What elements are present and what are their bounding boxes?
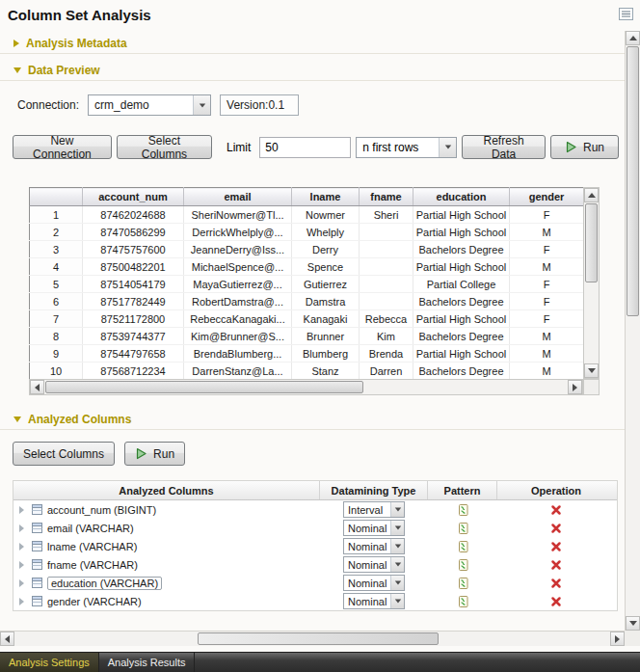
cell-gender[interactable]: F — [510, 310, 584, 328]
cell-education[interactable]: Bachelors Degree — [413, 328, 510, 345]
header-pattern[interactable]: Pattern — [428, 481, 497, 499]
scroll-up-icon[interactable] — [626, 31, 640, 45]
cell-email[interactable]: JeanneDerry@Iss... — [184, 241, 292, 258]
scroll-thumb[interactable] — [627, 46, 639, 316]
datamining-type-combo[interactable]: Nominal — [343, 520, 405, 536]
delete-icon[interactable] — [550, 596, 562, 607]
cell-account_num[interactable]: 87517782449 — [83, 293, 184, 310]
column-header-account_num[interactable]: account_num — [83, 188, 184, 206]
cell-fname[interactable] — [360, 241, 413, 258]
row-number-cell[interactable]: 7 — [30, 310, 83, 328]
cell-fname[interactable]: Kim — [360, 328, 413, 345]
analyzed-column-name[interactable]: education (VARCHAR) — [47, 577, 162, 590]
row-expander-icon[interactable] — [19, 561, 24, 569]
datamining-type-combo[interactable]: Interval — [343, 501, 405, 518]
row-number-cell[interactable]: 10 — [30, 363, 83, 380]
analyzed-row-3[interactable]: fname (VARCHAR)Nominal — [13, 555, 617, 574]
preview-row-7[interactable]: 787521172800RebeccaKanagaki...KanagakiRe… — [30, 310, 584, 328]
section-data-preview[interactable]: Data Preview — [0, 60, 625, 81]
scroll-right-icon[interactable] — [568, 380, 582, 394]
cell-lname[interactable]: Derry — [292, 241, 360, 258]
column-header-fname[interactable]: fname — [360, 188, 413, 206]
scroll-down-icon[interactable] — [626, 616, 640, 631]
dropdown-arrow-icon[interactable] — [390, 594, 404, 608]
scroll-left-icon[interactable] — [0, 632, 14, 646]
refresh-data-button[interactable]: Refresh Data — [462, 135, 546, 159]
cell-education[interactable]: Partial High School — [413, 310, 510, 328]
column-header-email[interactable]: email — [184, 188, 292, 206]
scroll-down-icon[interactable] — [584, 363, 599, 378]
cell-account_num[interactable]: 87500482201 — [83, 258, 184, 276]
preview-row-8[interactable]: 887539744377Kim@Brunner@S...BrunnerKimBa… — [30, 328, 584, 345]
cell-lname[interactable]: Whelply — [292, 224, 360, 241]
preview-row-2[interactable]: 287470586299DerrickWhelply@...WhelplyPar… — [30, 224, 584, 241]
preview-row-6[interactable]: 687517782449RobertDamstra@...DamstraBach… — [30, 293, 584, 310]
row-expander-icon[interactable] — [19, 579, 24, 587]
pattern-icon[interactable] — [457, 522, 469, 535]
analyzed-column-name[interactable]: account_num (BIGINT) — [47, 504, 156, 516]
cell-lname[interactable]: Blumberg — [292, 345, 360, 363]
limit-input[interactable] — [259, 137, 351, 158]
cell-gender[interactable]: F — [510, 276, 584, 293]
cell-account_num[interactable]: 87521172800 — [83, 310, 184, 328]
analyzed-row-5[interactable]: gender (VARCHAR)Nominal — [13, 592, 617, 610]
cell-gender[interactable]: M — [510, 363, 584, 380]
row-expander-icon[interactable] — [19, 598, 24, 605]
scroll-track[interactable] — [44, 380, 568, 394]
cell-gender[interactable]: M — [510, 258, 584, 276]
cell-gender[interactable]: M — [510, 345, 584, 363]
preview-row-3[interactable]: 387475757600JeanneDerry@Iss...DerryBache… — [30, 241, 584, 258]
new-connection-button[interactable]: New Connection — [13, 135, 112, 159]
cell-email[interactable]: RobertDamstra@... — [184, 293, 292, 310]
scroll-right-icon[interactable] — [610, 632, 625, 646]
cell-lname[interactable]: Nowmer — [292, 206, 360, 224]
scroll-thumb[interactable] — [45, 381, 363, 393]
cell-fname[interactable] — [360, 224, 413, 241]
tab-analysis-results[interactable]: Analysis Results — [99, 653, 196, 672]
pattern-icon[interactable] — [457, 503, 469, 517]
analyzed-row-4[interactable]: education (VARCHAR)Nominal — [13, 574, 617, 592]
cell-email[interactable]: MichaelSpence@... — [184, 258, 292, 276]
editor-horizontal-scrollbar[interactable] — [0, 631, 625, 646]
datamining-type-combo[interactable]: Nominal — [343, 575, 405, 591]
editor-vertical-scrollbar[interactable] — [625, 31, 640, 631]
cell-account_num[interactable]: 87475757600 — [83, 241, 184, 258]
row-number-cell[interactable]: 5 — [30, 276, 83, 293]
row-number-cell[interactable]: 2 — [30, 224, 83, 241]
cell-lname[interactable]: Damstra — [292, 293, 360, 310]
row-number-cell[interactable]: 4 — [30, 258, 83, 276]
scroll-track[interactable] — [14, 632, 610, 646]
analyzed-column-name[interactable]: lname (VARCHAR) — [47, 541, 137, 552]
cell-gender[interactable]: F — [510, 241, 584, 258]
cell-email[interactable]: SheriNowmer@Tl... — [184, 206, 292, 224]
select-columns-button[interactable]: Select Columns — [117, 135, 212, 159]
cell-education[interactable]: Partial High School — [413, 345, 510, 363]
cell-education[interactable]: Bachelors Degree — [413, 363, 510, 380]
row-number-cell[interactable]: 9 — [30, 345, 83, 363]
run-button[interactable]: Run — [550, 135, 619, 159]
row-number-cell[interactable]: 8 — [30, 328, 83, 345]
preview-row-5[interactable]: 587514054179MayaGutierrez@...GutierrezPa… — [30, 276, 584, 293]
dropdown-arrow-icon[interactable] — [390, 557, 404, 572]
scroll-thumb[interactable] — [585, 203, 598, 282]
cell-fname[interactable]: Rebecca — [360, 310, 413, 328]
cell-lname[interactable]: Brunner — [292, 328, 360, 345]
scroll-thumb[interactable] — [198, 632, 439, 645]
cell-fname[interactable] — [360, 293, 413, 310]
row-number-cell[interactable]: 3 — [30, 241, 83, 258]
cell-email[interactable]: BrendaBlumberg... — [184, 345, 292, 363]
dropdown-arrow-icon[interactable] — [390, 539, 404, 553]
cell-education[interactable]: Partial High School — [413, 258, 510, 276]
analyzed-row-1[interactable]: email (VARCHAR)Nominal — [13, 519, 617, 537]
preview-row-4[interactable]: 487500482201MichaelSpence@...SpenceParti… — [30, 258, 584, 276]
dropdown-arrow-icon[interactable] — [390, 521, 404, 535]
cell-lname[interactable]: Stanz — [292, 363, 360, 380]
analyzed-column-name[interactable]: fname (VARCHAR) — [47, 559, 138, 571]
cell-lname[interactable]: Kanagaki — [292, 310, 360, 328]
preview-row-9[interactable]: 987544797658BrendaBlumberg...BlumbergBre… — [30, 345, 584, 363]
dropdown-arrow-icon[interactable] — [439, 138, 456, 157]
cell-account_num[interactable]: 87568712234 — [83, 363, 184, 380]
analyzed-column-name[interactable]: gender (VARCHAR) — [47, 596, 142, 607]
column-header-lname[interactable]: lname — [292, 188, 360, 206]
collapse-arrow-icon[interactable] — [13, 67, 21, 73]
